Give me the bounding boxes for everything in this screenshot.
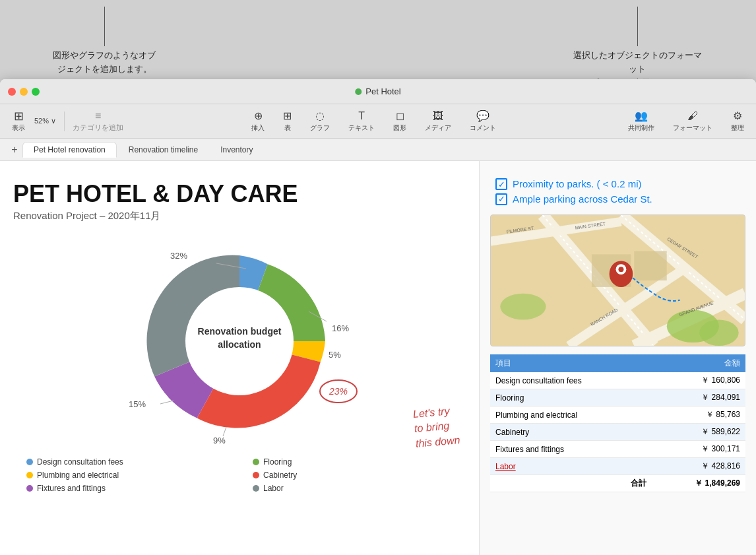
- table-cell-amount: ￥ 300,171: [652, 441, 745, 458]
- svg-line-12: [223, 427, 226, 436]
- document-title: PET HOTEL & DAY CARE: [13, 181, 466, 207]
- legend-plumbing: Plumbing and electrical: [26, 471, 239, 480]
- chart-button[interactable]: ◌ グラフ: [306, 107, 334, 135]
- collaborate-button[interactable]: 👥 共同制作: [624, 107, 658, 135]
- legend-dot-labor: [253, 485, 259, 492]
- svg-text:32%: 32%: [170, 251, 187, 261]
- table-row: Plumbing and electrical￥ 85,763: [490, 407, 745, 424]
- tab-inventory[interactable]: Inventory: [210, 143, 263, 157]
- svg-point-27: [500, 294, 546, 320]
- table-row: Cabinetry￥ 589,622: [490, 424, 745, 441]
- annotation-2: Ample parking across Cedar St.: [495, 192, 745, 207]
- table-header-item: 項目: [490, 354, 652, 372]
- document-subtitle: Renovation Project – 2020年11月: [13, 210, 466, 222]
- svg-text:Renovation budget: Renovation budget: [198, 326, 282, 337]
- table-header-amount: 金額: [652, 354, 745, 372]
- right-panel: Proximity to parks. ( < 0.2 mi) Ample pa…: [479, 161, 756, 555]
- percent-23-circle: 23%: [319, 378, 358, 407]
- table-row: Design consultation fees￥ 160,806: [490, 372, 745, 389]
- comment-button[interactable]: 💬 コメント: [466, 107, 500, 135]
- legend-dot-cabinetry: [253, 472, 259, 478]
- table-cell-name: Flooring: [490, 389, 652, 407]
- minimize-button[interactable]: [20, 88, 28, 96]
- table-cell-amount: ￥ 85,763: [652, 407, 745, 424]
- svg-text:allocation: allocation: [218, 339, 261, 350]
- table-total-label: 合計: [490, 475, 652, 492]
- content-area: PET HOTEL & DAY CARE Renovation Project …: [0, 161, 756, 555]
- legend-dot-design: [26, 459, 33, 465]
- table-cell-amount: ￥ 428,816: [652, 458, 745, 475]
- annotations-area: Proximity to parks. ( < 0.2 mi) Ample pa…: [490, 172, 745, 207]
- table-row: Flooring￥ 284,091: [490, 389, 745, 407]
- left-panel: PET HOTEL & DAY CARE Renovation Project …: [0, 161, 479, 555]
- table-cell-amount: ￥ 589,622: [652, 424, 745, 441]
- media-button[interactable]: 🖼 メディア: [421, 108, 455, 135]
- text-button[interactable]: T テキスト: [344, 108, 379, 135]
- legend-fixtures: Fixtures and fittings: [26, 484, 239, 493]
- close-button[interactable]: [8, 88, 16, 96]
- legend-dot-plumbing: [26, 472, 33, 478]
- tabs-bar: + Pet Hotel renovation Renovation timeli…: [0, 139, 756, 161]
- annotation-1: Proximity to parks. ( < 0.2 mi): [495, 177, 745, 192]
- checkbox-1[interactable]: [495, 178, 507, 190]
- view-button[interactable]: ⊞ 表示: [8, 108, 29, 135]
- tab-renovation-timeline[interactable]: Renovation timeline: [118, 143, 208, 157]
- table-total-amount: ￥ 1,849,269: [652, 475, 745, 492]
- table-cell-name: Cabinetry: [490, 424, 652, 441]
- map-view[interactable]: FILMORE ST. MAIN STREET CEDAR STREET RAN…: [490, 214, 745, 346]
- svg-text:23%: 23%: [329, 386, 348, 397]
- donut-chart[interactable]: Renovation budget allocation 32% 16% 5% …: [114, 236, 365, 447]
- svg-text:15%: 15%: [129, 399, 146, 409]
- table-cell-name: Fixtures and fittings: [490, 441, 652, 458]
- legend-dot-fixtures: [26, 485, 33, 492]
- traffic-lights: [8, 88, 40, 96]
- legend-labor: Labor: [253, 484, 466, 493]
- legend-design: Design consultation fees: [26, 457, 239, 467]
- legend-cabinetry: Cabinetry: [253, 471, 466, 480]
- svg-line-10: [160, 401, 173, 404]
- legend-flooring: Flooring: [253, 457, 466, 467]
- tooltip-area: 図形やグラフのようなオブ ジェクトを追加します。 選択したオブジェクトのフォーマ…: [0, 0, 756, 79]
- checkbox-2[interactable]: [495, 193, 507, 205]
- budget-table: 項目 金額 Design consultation fees￥ 160,806F…: [490, 354, 745, 492]
- svg-rect-24: [634, 251, 667, 280]
- table-cell-name: Labor: [490, 458, 652, 475]
- table-row: Fixtures and fittings￥ 300,171: [490, 441, 745, 458]
- main-window: Pet Hotel ⊞ 表示 52% ∨ ≡ カテゴリを追加 ⊕ 挿入: [0, 79, 756, 555]
- table-cell-amount: ￥ 284,091: [652, 389, 745, 407]
- tooltip-right: 選択したオブジェクトのフォーマット オプションが表示されます。: [571, 7, 703, 73]
- tooltip-left: 図形やグラフのようなオブ ジェクトを追加します。: [53, 7, 156, 73]
- add-sheet-button[interactable]: +: [8, 143, 21, 156]
- table-row: Labor￥ 428,816: [490, 458, 745, 475]
- organize-button[interactable]: ⚙ 整理: [727, 107, 748, 135]
- format-button[interactable]: 🖌 フォーマット: [669, 108, 716, 135]
- svg-text:9%: 9%: [213, 436, 226, 445]
- svg-point-35: [618, 267, 623, 272]
- table-cell-name: Design consultation fees: [490, 372, 652, 389]
- title-dot: [355, 88, 362, 95]
- zoom-control[interactable]: 52% ∨: [34, 117, 56, 125]
- legend-dot-flooring: [253, 459, 259, 465]
- table-button[interactable]: ⊞ 表: [279, 107, 296, 135]
- window-title: Pet Hotel: [355, 86, 400, 96]
- categories-button[interactable]: ≡ カテゴリを追加: [73, 110, 123, 133]
- tab-pet-hotel-renovation[interactable]: Pet Hotel renovation: [22, 142, 117, 158]
- table-cell-amount: ￥ 160,806: [652, 372, 745, 389]
- table-cell-name: Plumbing and electrical: [490, 407, 652, 424]
- svg-point-26: [699, 319, 738, 346]
- handwritten-annotation: Let's try to bring this down: [413, 403, 461, 451]
- shape-button[interactable]: ◻ 図形: [389, 107, 410, 135]
- toolbar: ⊞ 表示 52% ∨ ≡ カテゴリを追加 ⊕ 挿入 ⊞ 表 ◌ グ: [0, 104, 756, 139]
- svg-text:5%: 5%: [329, 350, 341, 360]
- insert-button[interactable]: ⊕ 挿入: [247, 107, 268, 135]
- titlebar: Pet Hotel: [0, 79, 756, 104]
- chart-legend: Design consultation fees Flooring Plumbi…: [13, 457, 466, 493]
- maximize-button[interactable]: [32, 88, 40, 96]
- svg-text:16%: 16%: [332, 323, 349, 333]
